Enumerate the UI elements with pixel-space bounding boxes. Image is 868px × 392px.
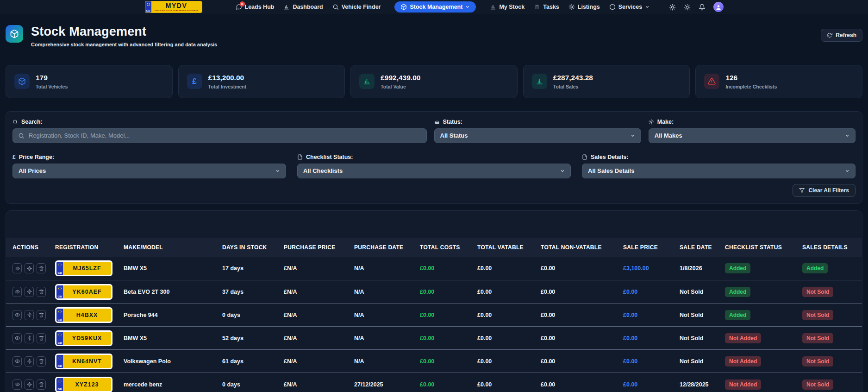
refresh-button[interactable]: Refresh xyxy=(821,29,862,42)
status-field: Status: All Status xyxy=(434,118,641,143)
settings-button[interactable] xyxy=(25,379,34,390)
view-button[interactable] xyxy=(12,333,22,343)
stock-table-body: GB MJ65LZF BMW X517 days£N/AN/A£0.00£0.0… xyxy=(6,257,862,392)
column-header-total-non-vatable: TOTAL NON-VATABLE xyxy=(536,238,618,257)
delete-button[interactable] xyxy=(37,379,46,390)
notifications-button[interactable] xyxy=(699,4,706,11)
mydv-logo[interactable]: GB MYDV FUELLING YOUR DEALERSHIP BUSINES… xyxy=(145,1,202,13)
sales-details-select[interactable]: All Sales Details xyxy=(582,164,856,178)
registration-plate[interactable]: GB YK60AEF xyxy=(55,284,112,300)
cube-icon xyxy=(400,4,407,10)
settings-button[interactable] xyxy=(25,263,34,273)
checklist-status-field: Checklist Status: All Checklists xyxy=(297,153,571,178)
registration-plate[interactable]: GB XYZ123 xyxy=(55,377,112,392)
eye-icon xyxy=(15,359,20,364)
document-icon xyxy=(582,154,587,160)
document-icon xyxy=(297,154,303,160)
gb-plate-band-icon: GB xyxy=(145,1,151,13)
nav-item-tasks[interactable]: Tasks xyxy=(534,4,559,10)
page-header: Stock Management Comprehensive stock man… xyxy=(6,25,862,47)
view-button[interactable] xyxy=(12,310,22,320)
refresh-icon xyxy=(827,32,832,38)
filters-panel: Search: Status: All Status Make: xyxy=(6,111,862,204)
eye-icon xyxy=(15,335,20,341)
column-header-total-vatable: TOTAL VATABLE xyxy=(473,238,536,257)
delete-button[interactable] xyxy=(37,356,46,367)
chevron-down-icon xyxy=(845,133,849,138)
days-in-stock-cell: 52 days xyxy=(218,327,279,350)
checklist-status-badge: Not Added xyxy=(725,333,761,343)
sale-date-cell: Not Sold xyxy=(675,280,720,303)
gb-plate-band-icon: GB xyxy=(56,378,63,391)
gear-icon xyxy=(27,359,32,364)
registration-plate[interactable]: GB MJ65LZF xyxy=(55,260,112,276)
nav-item-stock-management[interactable]: Stock Management xyxy=(394,1,476,13)
total-non-vatable-cell: £0.00 xyxy=(536,303,618,327)
total-vatable-cell: £0.00 xyxy=(473,280,536,303)
stat-card-total-vehicles: 179Total Vehicles xyxy=(6,65,173,98)
view-button[interactable] xyxy=(12,263,22,273)
nav-item-leads-hub[interactable]: 6Leads Hub xyxy=(236,4,275,10)
nav-item-vehicle-finder[interactable]: Vehicle Finder xyxy=(332,4,381,10)
nav-item-label: Leads Hub xyxy=(245,4,275,10)
settings-button[interactable] xyxy=(25,287,34,297)
delete-button[interactable] xyxy=(37,310,46,320)
settings-button[interactable] xyxy=(669,4,676,11)
sale-price-cell: £0.00 xyxy=(618,373,675,392)
search-input[interactable] xyxy=(29,132,421,139)
stats-row: 179Total Vehicles££13,200.00Total Invest… xyxy=(6,65,862,98)
purchase-date-cell: N/A xyxy=(350,280,415,303)
clear-filters-button[interactable]: Clear All Filters xyxy=(793,184,856,197)
total-costs-cell: £0.00 xyxy=(415,350,473,373)
nav-item-label: Listings xyxy=(578,4,600,10)
make-model-cell: Volkswagen Polo xyxy=(119,350,218,373)
delete-button[interactable] xyxy=(37,263,46,273)
table-row: GB H4BXX Porsche 9440 days£N/AN/A£0.00£0… xyxy=(6,303,862,327)
sale-price-cell: £0.00 xyxy=(618,280,675,303)
search-icon xyxy=(18,133,25,139)
funnel-icon xyxy=(799,188,805,193)
settings-button[interactable] xyxy=(25,356,34,367)
nav-menu: 6Leads HubDashboardVehicle FinderStock M… xyxy=(236,1,650,13)
gear-icon xyxy=(27,312,32,317)
view-button[interactable] xyxy=(12,379,22,390)
status-select[interactable]: All Status xyxy=(434,128,641,143)
delete-button[interactable] xyxy=(37,333,46,343)
trash-icon xyxy=(39,335,44,341)
registration-text: H4BXX xyxy=(63,309,111,322)
eye-icon xyxy=(15,289,20,294)
price-range-select[interactable]: All Prices xyxy=(12,164,286,178)
purchase-price-cell: £N/A xyxy=(279,280,350,303)
stock-table: ACTIONSREGISTRATIONMAKE/MODELDAYS IN STO… xyxy=(6,238,862,392)
settings-button[interactable] xyxy=(25,310,34,320)
sale-date-cell: Not Sold xyxy=(675,303,720,327)
bell-icon xyxy=(699,4,706,11)
gb-plate-band-icon: GB xyxy=(56,309,63,322)
sale-date-cell: Not Sold xyxy=(675,350,720,373)
pound-icon: £ xyxy=(187,74,202,89)
chevron-down-icon xyxy=(275,169,280,173)
view-button[interactable] xyxy=(12,287,22,297)
search-field: Search: xyxy=(12,118,427,143)
delete-button[interactable] xyxy=(37,287,46,297)
nav-item-dashboard[interactable]: Dashboard xyxy=(283,4,323,10)
registration-plate[interactable]: GB H4BXX xyxy=(55,307,112,323)
make-select[interactable]: All Makes xyxy=(649,128,856,143)
view-button[interactable] xyxy=(12,356,22,367)
settings-button[interactable] xyxy=(25,333,34,343)
user-avatar[interactable] xyxy=(713,2,724,12)
tasks-icon xyxy=(534,4,540,10)
nav-item-listings[interactable]: Listings xyxy=(568,4,600,10)
total-non-vatable-cell: £0.00 xyxy=(536,327,618,350)
nav-item-services[interactable]: Services xyxy=(609,4,649,10)
pound-icon: £ xyxy=(12,154,16,160)
checklist-status-select[interactable]: All Checklists xyxy=(297,164,571,178)
nav-item-my-stock[interactable]: My Stock xyxy=(490,4,525,10)
registration-plate[interactable]: GB KN64NVT xyxy=(55,354,112,369)
theme-button[interactable] xyxy=(684,4,691,11)
table-header-row: ACTIONSREGISTRATIONMAKE/MODELDAYS IN STO… xyxy=(6,238,862,257)
stat-value: 126 xyxy=(725,74,777,82)
make-model-cell: BMW X5 xyxy=(119,257,218,280)
gear-icon xyxy=(27,382,32,387)
registration-plate[interactable]: GB YD59KUX xyxy=(55,330,112,346)
